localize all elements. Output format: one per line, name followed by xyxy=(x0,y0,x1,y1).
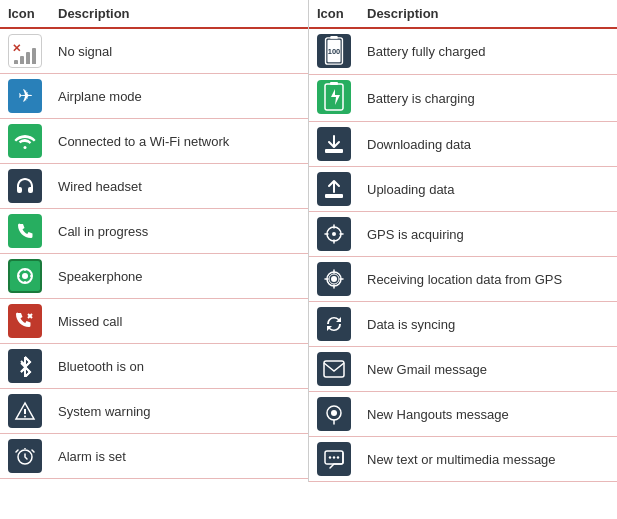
svg-rect-8 xyxy=(330,36,338,39)
icon-cell-battery-full: 100 xyxy=(309,28,359,75)
svg-point-1 xyxy=(22,273,28,279)
table-row: 100 Battery fully charged xyxy=(309,28,617,75)
icon-cell-download xyxy=(309,122,359,167)
svg-text:100: 100 xyxy=(328,47,341,56)
desc-cell-sms: New text or multimedia message xyxy=(359,437,617,482)
table-row: Receiving location data from GPS xyxy=(309,257,617,302)
svg-rect-12 xyxy=(330,82,338,85)
desc-cell-speaker: Speakerphone xyxy=(50,254,308,299)
left-section: Icon Description ✕ No signal ✈ Airplane … xyxy=(0,0,309,482)
icon-cell-upload xyxy=(309,167,359,212)
table-row: Data is syncing xyxy=(309,302,617,347)
table-row: Downloading data xyxy=(309,122,617,167)
desc-cell-gps-acq: GPS is acquiring xyxy=(359,212,617,257)
table-row: Battery is charging xyxy=(309,75,617,122)
upload-icon xyxy=(317,188,351,203)
svg-point-25 xyxy=(329,456,331,458)
svg-rect-14 xyxy=(325,149,343,153)
icon-cell-alarm xyxy=(0,434,50,479)
airplane-icon: ✈ xyxy=(8,90,42,105)
desc-cell-call: Call in progress xyxy=(50,209,308,254)
table-row: GPS is acquiring xyxy=(309,212,617,257)
desc-cell-hangouts: New Hangouts message xyxy=(359,392,617,437)
svg-point-27 xyxy=(337,456,339,458)
desc-cell-airplane: Airplane mode xyxy=(50,74,308,119)
right-icon-header: Icon xyxy=(309,0,359,28)
icon-cell-sync xyxy=(309,302,359,347)
wifi-icon xyxy=(8,138,42,153)
left-icon-header: Icon xyxy=(0,0,50,28)
desc-cell-sync: Data is syncing xyxy=(359,302,617,347)
desc-cell-alarm: Alarm is set xyxy=(50,434,308,479)
svg-point-5 xyxy=(24,416,26,418)
desc-cell-gps-recv: Receiving location data from GPS xyxy=(359,257,617,302)
table-row: Missed call xyxy=(0,299,308,344)
desc-cell-wifi: Connected to a Wi-Fi network xyxy=(50,119,308,164)
icon-cell-wifi xyxy=(0,119,50,164)
icon-cell-gps-recv xyxy=(309,257,359,302)
right-desc-header: Description xyxy=(359,0,617,28)
table-row: New text or multimedia message xyxy=(309,437,617,482)
svg-rect-21 xyxy=(324,361,344,377)
main-container: Icon Description ✕ No signal ✈ Airplane … xyxy=(0,0,617,482)
icon-cell-call xyxy=(0,209,50,254)
left-table: Icon Description ✕ No signal ✈ Airplane … xyxy=(0,0,308,479)
hangouts-icon xyxy=(317,413,351,428)
table-row: Connected to a Wi-Fi network xyxy=(0,119,308,164)
desc-cell-download: Downloading data xyxy=(359,122,617,167)
signal-icon: ✕ xyxy=(8,52,42,67)
icon-cell-gps-acq xyxy=(309,212,359,257)
speaker-icon xyxy=(8,275,42,290)
icon-cell-signal: ✕ xyxy=(0,28,50,74)
desc-cell-gmail: New Gmail message xyxy=(359,347,617,392)
gps-recv-icon xyxy=(317,278,351,293)
missed-icon xyxy=(8,320,42,335)
battery-charge-icon xyxy=(317,101,351,116)
icon-cell-headset xyxy=(0,164,50,209)
gmail-icon xyxy=(317,366,351,381)
table-row: Speakerphone xyxy=(0,254,308,299)
icon-cell-warning xyxy=(0,389,50,434)
desc-cell-battery-charge: Battery is charging xyxy=(359,75,617,122)
svg-point-23 xyxy=(331,410,337,416)
table-row: Bluetooth is on xyxy=(0,344,308,389)
table-row: ✕ No signal xyxy=(0,28,308,74)
call-icon xyxy=(8,229,42,244)
table-row: Alarm is set xyxy=(0,434,308,479)
sms-icon xyxy=(317,458,351,473)
icon-cell-speaker xyxy=(0,254,50,299)
desc-cell-battery-full: Battery fully charged xyxy=(359,28,617,75)
right-table: Icon Description 100 Battery fully charg… xyxy=(309,0,617,482)
warning-icon xyxy=(8,410,42,425)
table-row: New Hangouts message xyxy=(309,392,617,437)
desc-cell-upload: Uploading data xyxy=(359,167,617,212)
desc-cell-bluetooth: Bluetooth is on xyxy=(50,344,308,389)
desc-cell-warning: System warning xyxy=(50,389,308,434)
left-desc-header: Description xyxy=(50,0,308,28)
icon-cell-battery-charge xyxy=(309,75,359,122)
icon-cell-missed xyxy=(0,299,50,344)
icon-cell-bluetooth xyxy=(0,344,50,389)
headset-icon xyxy=(8,185,42,200)
gps-acq-icon xyxy=(317,233,351,248)
svg-rect-15 xyxy=(325,194,343,198)
table-row: Wired headset xyxy=(0,164,308,209)
icon-cell-gmail xyxy=(309,347,359,392)
desc-cell-signal: No signal xyxy=(50,28,308,74)
icon-cell-hangouts xyxy=(309,392,359,437)
right-section: Icon Description 100 Battery fully charg… xyxy=(309,0,617,482)
icon-cell-airplane: ✈ xyxy=(0,74,50,119)
sync-icon xyxy=(317,323,351,338)
table-row: ✈ Airplane mode xyxy=(0,74,308,119)
icon-cell-sms xyxy=(309,437,359,482)
table-row: Call in progress xyxy=(0,209,308,254)
battery-full-icon: 100 xyxy=(317,54,351,69)
alarm-icon xyxy=(8,455,42,470)
bluetooth-icon xyxy=(8,365,42,380)
desc-cell-missed: Missed call xyxy=(50,299,308,344)
table-row: System warning xyxy=(0,389,308,434)
table-row: Uploading data xyxy=(309,167,617,212)
desc-cell-headset: Wired headset xyxy=(50,164,308,209)
table-row: New Gmail message xyxy=(309,347,617,392)
download-icon xyxy=(317,143,351,158)
